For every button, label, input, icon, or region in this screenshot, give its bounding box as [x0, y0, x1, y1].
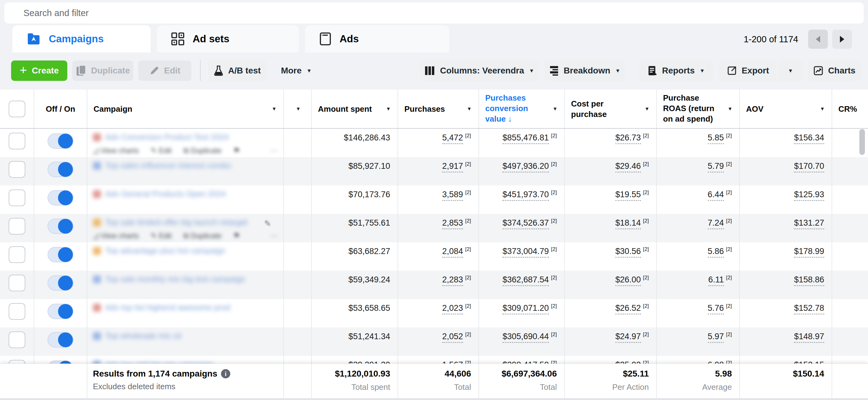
export-button[interactable]: Export: [719, 61, 777, 81]
campaign-name-blurred[interactable]: Top advantage plus hot campaign: [93, 246, 283, 255]
edit-button[interactable]: Edit: [138, 61, 191, 81]
cost-per-purchase-value[interactable]: $26.73: [616, 133, 641, 144]
row-checkbox[interactable]: [9, 161, 25, 178]
column-header-purchases[interactable]: Purchases ▼: [398, 90, 479, 128]
sort-caret-icon[interactable]: ▼: [272, 106, 277, 112]
row-checkbox[interactable]: [9, 189, 25, 206]
campaign-off-on-toggle[interactable]: [48, 275, 73, 291]
row-hover-actions[interactable]: ◿ View charts✎ Edit⧉ Duplicate⚑⋯: [93, 146, 283, 155]
campaign-off-on-toggle[interactable]: [48, 190, 73, 206]
create-button[interactable]: + Create: [11, 61, 67, 81]
campaign-off-on-toggle[interactable]: [48, 133, 73, 149]
tab-ads[interactable]: Ads: [305, 25, 450, 53]
pagination-next-button[interactable]: [832, 30, 852, 49]
cost-per-purchase-value[interactable]: $18.14: [616, 218, 641, 229]
campaign-off-on-toggle[interactable]: [48, 332, 73, 347]
info-icon[interactable]: i: [221, 369, 230, 378]
row-checkbox[interactable]: [9, 303, 25, 320]
reports-button[interactable]: Reports ▼: [639, 61, 713, 81]
sort-caret-icon[interactable]: ▼: [467, 106, 472, 112]
row-hover-actions[interactable]: ◿ View charts✎ Edit⧉ Duplicate⚑⋯: [93, 232, 283, 240]
aov-value[interactable]: $156.34: [794, 133, 824, 144]
purchases-value[interactable]: 2,023: [442, 303, 463, 314]
column-header-purchase-roas[interactable]: Purchase ROAS (return on ad spend) ▼: [657, 90, 740, 128]
purchases-value[interactable]: 5,472: [442, 133, 463, 144]
campaign-name-blurred[interactable]: Top sales influencer interest combo: [93, 161, 283, 171]
conversion-value[interactable]: $855,476.81: [502, 133, 549, 144]
roas-value[interactable]: 6.44: [708, 190, 724, 201]
pagination-prev-button[interactable]: [808, 30, 828, 49]
campaign-name-blurred[interactable]: Adv Conversion Product Test 2024: [93, 132, 283, 142]
cost-per-purchase-value[interactable]: $19.55: [616, 190, 641, 201]
row-checkbox[interactable]: [9, 133, 25, 149]
aov-value[interactable]: $178.99: [794, 247, 824, 258]
aov-value[interactable]: $158.86: [794, 275, 824, 286]
sort-caret-icon[interactable]: ▼: [553, 106, 557, 112]
charts-button[interactable]: Charts: [807, 61, 861, 81]
purchases-value[interactable]: 2,853: [442, 218, 463, 229]
aov-value[interactable]: $152.78: [794, 303, 824, 314]
purchases-value[interactable]: 2,283: [442, 275, 463, 286]
horizontal-scrollbar-track[interactable]: [0, 398, 868, 400]
campaign-name-blurred[interactable]: Adv General Products Open 2024: [93, 189, 283, 199]
sort-caret-icon[interactable]: ▼: [645, 106, 649, 112]
conversion-value[interactable]: $374,526.37: [502, 218, 549, 229]
column-header-collapsed[interactable]: ▼: [284, 90, 312, 128]
select-all-checkbox[interactable]: [9, 101, 25, 117]
roas-value[interactable]: 5.97: [708, 332, 724, 343]
conversion-value[interactable]: $305,690.44: [502, 332, 549, 343]
conversion-value[interactable]: $362,687.54: [502, 275, 549, 286]
aov-value[interactable]: $131.27: [794, 218, 824, 229]
row-checkbox[interactable]: [9, 246, 25, 263]
vertical-scrollbar-thumb[interactable]: [859, 129, 865, 155]
conversion-value[interactable]: $451,973.70: [502, 190, 549, 201]
cost-per-purchase-value[interactable]: $30.56: [616, 247, 641, 258]
row-checkbox[interactable]: [9, 332, 25, 348]
cost-per-purchase-value[interactable]: $29.46: [616, 161, 641, 173]
column-header-cost-per-purchase[interactable]: Cost per purchase ▼: [565, 90, 657, 128]
roas-value[interactable]: 5.76: [708, 303, 724, 314]
cost-per-purchase-value[interactable]: $26.52: [616, 303, 641, 314]
more-button[interactable]: More ▼: [275, 61, 318, 81]
cost-per-purchase-value[interactable]: $26.00: [616, 275, 641, 286]
sort-caret-icon[interactable]: ▼: [727, 106, 733, 112]
roas-value[interactable]: 5.85: [708, 133, 724, 144]
tab-campaigns[interactable]: Campaigns: [12, 25, 151, 53]
campaign-name-blurred[interactable]: Top wholesale mix ctr: [93, 331, 283, 341]
aov-value[interactable]: $170.70: [794, 161, 824, 173]
campaign-off-on-toggle[interactable]: [48, 162, 73, 177]
sort-caret-icon[interactable]: ▼: [296, 106, 301, 112]
export-dropdown-button[interactable]: ▼: [778, 61, 803, 81]
purchases-value[interactable]: 2,052: [442, 332, 463, 343]
roas-value[interactable]: 6.11: [708, 275, 724, 286]
columns-button[interactable]: Columns: Veerendra ▼: [420, 61, 539, 81]
purchases-value[interactable]: 2,917: [442, 161, 463, 173]
campaign-name-blurred[interactable]: Adv top list highend awesome prod: [93, 303, 283, 312]
breakdown-button[interactable]: Breakdown ▼: [545, 61, 625, 81]
search-and-filter-input[interactable]: Search and filter: [4, 2, 864, 24]
aov-value[interactable]: $125.93: [794, 190, 824, 201]
conversion-value[interactable]: $309,071.20: [502, 303, 549, 314]
campaign-off-on-toggle[interactable]: [48, 247, 73, 263]
roas-value[interactable]: 5.86: [708, 247, 724, 258]
roas-value[interactable]: 7.24: [708, 218, 724, 229]
roas-value[interactable]: 5.79: [708, 161, 724, 173]
duplicate-button[interactable]: Duplicate: [72, 61, 133, 81]
campaign-name-blurred[interactable]: Top sale monthly mix big test campaign: [93, 274, 283, 284]
cost-per-purchase-value[interactable]: $24.97: [616, 332, 641, 343]
campaign-off-on-toggle[interactable]: [48, 304, 73, 319]
conversion-value[interactable]: $497,936.20: [502, 161, 549, 173]
column-header-amount-spent[interactable]: Amount spent ▼: [312, 90, 398, 128]
campaign-off-on-toggle[interactable]: [48, 218, 73, 234]
campaign-name-blurred[interactable]: Top sale limited offer big launch retarg…: [93, 218, 283, 227]
aov-value[interactable]: $148.97: [794, 332, 824, 343]
row-checkbox[interactable]: [9, 218, 25, 235]
sort-caret-icon[interactable]: ▼: [820, 106, 825, 112]
column-header-purchases-conversion-value[interactable]: Purchases conversion value ↓ ▼: [479, 90, 565, 128]
column-header-cr[interactable]: CR%: [832, 90, 868, 128]
ab-test-button[interactable]: A/B test: [208, 61, 267, 81]
sort-caret-icon[interactable]: ▼: [386, 106, 391, 112]
purchases-value[interactable]: 2,084: [442, 247, 463, 258]
edit-pencil-icon[interactable]: ✎: [264, 219, 271, 228]
column-header-aov[interactable]: AOV ▼: [740, 90, 832, 128]
